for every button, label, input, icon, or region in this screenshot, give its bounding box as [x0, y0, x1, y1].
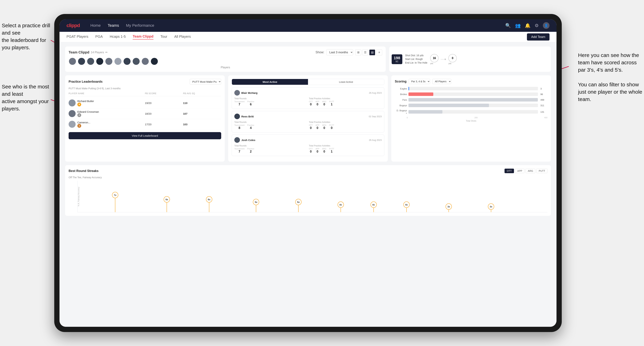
pa-name-2: Rees Britt [241, 115, 254, 118]
card-view-btn[interactable]: ▤ [369, 49, 375, 55]
view-leaderboard-button[interactable]: View Full Leaderboard [68, 132, 221, 139]
list-item: Rees Britt 02 Sep 2023 Total Rounds Tour… [232, 111, 384, 133]
pa-arg-val-2: 0 [322, 126, 326, 130]
pa-putt-col: PUTT 1 [329, 100, 334, 106]
annotation-top-right: Here you can see how theteam have scored… [578, 51, 642, 103]
subnav-hcaps[interactable]: Hcaps 1-5 [110, 35, 126, 39]
subnav-pgat[interactable]: PGAT Players [66, 35, 88, 39]
rank-badge-gold: ★ [77, 103, 81, 106]
streaks-filter-app[interactable]: APP [515, 169, 524, 173]
add-team-button[interactable]: Add Team [527, 33, 550, 40]
lb-name-1: Richard Butler [77, 100, 94, 103]
table-row: Richard Butler ★ 19/20 110 [68, 98, 221, 108]
pa-app-val-1: 0 [316, 103, 320, 106]
bar-label-bogeys: Bogeys [396, 104, 407, 107]
subnav-all-players[interactable]: All Players [174, 35, 191, 39]
bell-icon[interactable]: 🔔 [525, 23, 530, 28]
streaks-filter-ott[interactable]: OTT [504, 169, 514, 173]
rank-badge-bronze: 3 [77, 124, 81, 128]
list-view-btn[interactable]: ☰ [362, 49, 368, 55]
pa-rounds-group: Total Rounds Tournament 7 Practice 6 [234, 97, 307, 106]
shot-distance-unit: SC [394, 60, 400, 63]
pa-putt-val-1: 1 [329, 103, 334, 106]
edit-icon[interactable]: ✏ [105, 51, 108, 54]
bar-fill-bogeys [408, 104, 489, 107]
lb-score-1: 19/20 [145, 102, 183, 105]
player-avatar-1[interactable] [68, 57, 76, 65]
main-content: Team Clippd 14 Players ✏ Show: Last 3 mo… [60, 42, 556, 327]
grid-view-btn[interactable]: ⊞ [355, 49, 361, 55]
pa-app-col: APP 0 [316, 100, 320, 106]
scoring-filter-players[interactable]: All Players [432, 79, 451, 84]
streak-bubble-2: 6x [164, 196, 170, 202]
search-icon[interactable]: 🔍 [505, 23, 511, 28]
settings-icon[interactable]: ⚙ [534, 23, 539, 28]
user-avatar[interactable]: 👤 [543, 22, 550, 29]
pa-rounds-label-2: Total Rounds [234, 121, 307, 123]
streak-point-9: 3x [446, 203, 452, 212]
players-label: Players [68, 66, 382, 69]
chart-footer: Total Shots [395, 120, 548, 122]
player-avatar-2[interactable] [78, 57, 86, 65]
people-icon[interactable]: 👥 [515, 23, 520, 28]
pa-date-2: 02 Sep 2023 [369, 115, 382, 118]
player-avatar-10[interactable] [150, 57, 158, 65]
lb-player-1: Richard Butler ★ [68, 99, 145, 106]
navbar-links: Home Teams My Performance [90, 23, 505, 28]
subnav-team-clippd[interactable]: Team Clippd [133, 34, 154, 39]
player-avatar-7[interactable] [123, 57, 131, 65]
pa-tournament-val-1: 7 [234, 103, 244, 106]
bar-track-pars [408, 98, 538, 102]
pa-date-3: 26 Aug 2023 [369, 139, 382, 141]
player-avatar-8[interactable] [132, 57, 140, 65]
pa-header-1: Blair McHarg 26 Aug 2023 [234, 90, 382, 96]
nav-link-performance[interactable]: My Performance [126, 23, 154, 28]
tab-most-active[interactable]: Most Active [232, 79, 308, 85]
player-avatar-6[interactable] [114, 57, 122, 65]
list-item: Josh Coles 26 Aug 2023 Total Rounds Tour… [232, 135, 384, 156]
streak-point-4: 5x [253, 199, 259, 212]
pa-rounds-sub: Tournament 7 Practice 6 [234, 100, 307, 106]
streak-point-5: 5x [295, 199, 302, 212]
annotation-top-left: Select a practice drill and seethe leade… [2, 22, 54, 51]
streak-bubble-9: 3x [446, 203, 452, 210]
pa-ott-val-2: 0 [309, 126, 313, 130]
drill-select[interactable]: PUTT Must Make Putting... [190, 79, 221, 85]
subnav-pga[interactable]: PGA [96, 35, 103, 39]
shot-distance-number: 198 [394, 56, 400, 60]
player-avatar-9[interactable] [142, 57, 149, 65]
shot-info-card: 198 SC Shot Dist: 16 yds Start Lie: Roug… [389, 46, 551, 72]
shot-yardage-display: 16 yds —● 0 yds [430, 54, 457, 64]
streaks-filter-arg[interactable]: ARG [526, 169, 535, 173]
streak-point-8: 4x [404, 201, 410, 212]
filter-btn[interactable]: ≡ [376, 49, 382, 55]
leaderboard-card: Practice Leaderboards PUTT Must Make Put… [65, 75, 225, 162]
streaks-filter-putt[interactable]: PUTT [536, 169, 548, 173]
streaks-filter-group: OTT APP ARG PUTT [504, 169, 548, 173]
player-avatar-4[interactable] [96, 57, 104, 65]
hole-connector: —● [441, 57, 446, 61]
pa-activities-label-2: Total Practice Activities [309, 121, 382, 123]
streak-stem-4 [256, 205, 256, 212]
subnav-tour[interactable]: Tour [160, 35, 167, 39]
player-avatar-3[interactable] [87, 57, 94, 65]
scoring-filter-par[interactable]: Par 3, 4 & 5s [408, 79, 430, 84]
bar-row-eagles: Eagles 3 [396, 87, 546, 90]
bar-val-dbogeys: 131 [540, 111, 546, 113]
lb-player-3: Cameron... 3 [68, 121, 145, 128]
y-axis-label: % A, Fairway Accuracy [78, 187, 80, 206]
drill-subtitle: PUTT Must Make Putting (3-6 ft), Last 3 … [68, 87, 221, 90]
pa-practice-val-1: 6 [247, 103, 254, 106]
scoring-header: Scoring Par 3, 4 & 5s All Players [395, 79, 548, 84]
streak-point-7: 4x [370, 201, 377, 212]
nav-link-teams[interactable]: Teams [108, 23, 119, 28]
show-period-select[interactable]: Last 3 months [326, 49, 353, 55]
tab-least-active[interactable]: Least Active [308, 79, 384, 85]
navbar-logo: clippd [66, 23, 80, 28]
player-avatar-5[interactable] [105, 57, 113, 65]
streak-stem-3 [209, 202, 209, 212]
nav-link-home[interactable]: Home [90, 23, 100, 28]
bar-track-birdies [408, 92, 538, 96]
yardage-label-start: yds [430, 62, 438, 64]
pa-player-2: Rees Britt [234, 114, 254, 119]
